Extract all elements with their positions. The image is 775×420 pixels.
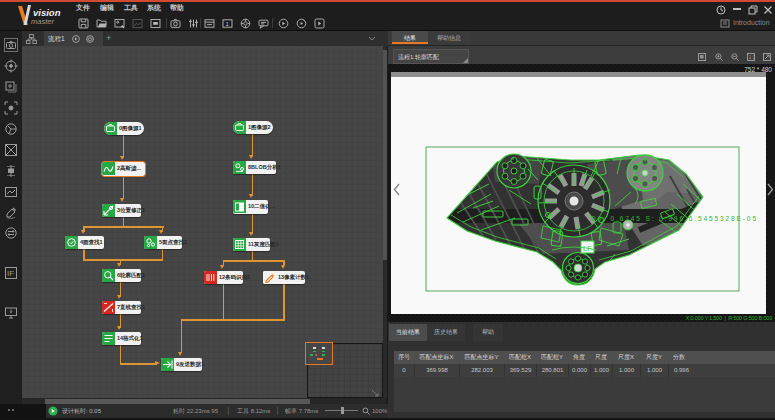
svg-text:D6: 0.6745 S: 0.996 6.5455328E: D6: 0.6745 S: 0.996 6.5455328E-05	[591, 215, 756, 222]
svg-text:IF: IF	[7, 269, 14, 278]
svg-text:1:1: 1:1	[748, 54, 755, 60]
svg-text:master: master	[31, 17, 54, 26]
svg-text:1: 1	[226, 21, 230, 27]
